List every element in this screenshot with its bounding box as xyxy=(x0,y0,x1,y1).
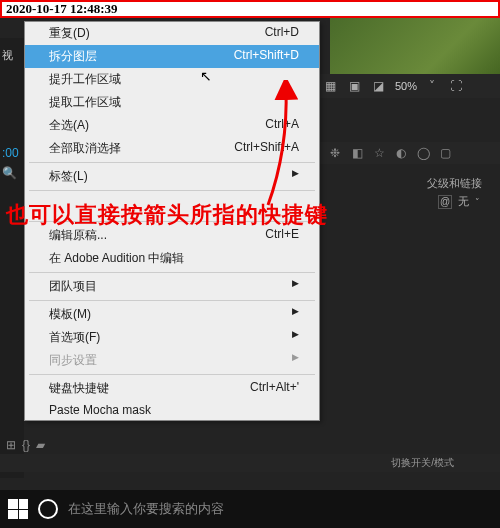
mask-icon[interactable]: ▣ xyxy=(345,78,363,94)
timestamp-bar: 2020-10-17 12:48:39 xyxy=(0,0,500,18)
fx-icon[interactable]: ☆ xyxy=(370,145,388,161)
menu-item-shortcut: Ctrl+A xyxy=(265,117,299,134)
menu-item-label: 拆分图层 xyxy=(49,48,97,65)
menu-item-label: 首选项(F) xyxy=(49,329,100,346)
menu-item[interactable]: 全部取消选择Ctrl+Shift+A xyxy=(25,137,319,160)
windows-taskbar: 在这里输入你要搜索的内容 xyxy=(0,490,500,528)
menu-item[interactable]: 首选项(F)▶ xyxy=(25,326,319,349)
menu-item[interactable]: Paste Mocha mask xyxy=(25,400,319,420)
menu-item-label: 提升工作区域 xyxy=(49,71,121,88)
preview-toolbar: ▦ ▣ ◪ 50% ˅ ⛶ xyxy=(315,74,500,98)
menu-item-label: 标签(L) xyxy=(49,168,88,185)
menu-item[interactable]: 标签(L)▶ xyxy=(25,165,319,188)
menu-item[interactable]: 重复(D)Ctrl+D xyxy=(25,22,319,45)
left-panel-tab[interactable]: 视 xyxy=(2,48,22,63)
chevron-down-icon[interactable]: ˅ xyxy=(475,197,480,207)
menu-item-label: 全部取消选择 xyxy=(49,140,121,157)
chevron-down-icon[interactable]: ˅ xyxy=(423,78,441,94)
menu-item[interactable]: 提取工作区域 xyxy=(25,91,319,114)
shy-icon[interactable]: ❉ xyxy=(326,145,344,161)
menu-separator xyxy=(29,374,315,375)
toggle-switches-icon[interactable]: ⊞ xyxy=(6,438,16,452)
submenu-arrow-icon: ▶ xyxy=(292,306,299,323)
layer-switches-row: ❉ ◧ ☆ ◐ ◯ ▢ xyxy=(320,142,500,164)
menu-item[interactable]: 模板(M)▶ xyxy=(25,303,319,326)
pickwhip-icon[interactable]: @ xyxy=(438,195,452,209)
submenu-arrow-icon: ▶ xyxy=(292,168,299,185)
zoom-value[interactable]: 50% xyxy=(395,80,417,92)
alpha-icon[interactable]: ◪ xyxy=(369,78,387,94)
menu-item-label: 键盘快捷键 xyxy=(49,380,109,397)
motion-blur-icon[interactable]: ◐ xyxy=(392,145,410,161)
menu-separator xyxy=(29,272,315,273)
submenu-arrow-icon: ▶ xyxy=(292,352,299,369)
search-icon[interactable]: 🔍 xyxy=(2,166,17,180)
parent-none-label[interactable]: 无 xyxy=(458,194,469,209)
submenu-arrow-icon: ▶ xyxy=(292,278,299,295)
menu-separator xyxy=(29,162,315,163)
menu-item[interactable]: 在 Adobe Audition 中编辑 xyxy=(25,247,319,270)
parent-column-header: 父级和链接 xyxy=(427,176,482,191)
menu-item-label: 全选(A) xyxy=(49,117,89,134)
timeline-footer: 切换开关/模式 xyxy=(0,454,500,472)
menu-item-label: 在 Adobe Audition 中编辑 xyxy=(49,250,184,267)
menu-item-label: 重复(D) xyxy=(49,25,90,42)
menu-item-label: 团队项目 xyxy=(49,278,97,295)
switches-modes-label[interactable]: 切换开关/模式 xyxy=(391,456,500,470)
menu-item-shortcut: Ctrl+Shift+A xyxy=(234,140,299,157)
menu-item-label: Paste Mocha mask xyxy=(49,403,151,417)
threed-icon[interactable]: ▢ xyxy=(436,145,454,161)
brace-icon[interactable]: {} xyxy=(22,438,30,452)
parent-link-row: @ 无 ˅ xyxy=(438,194,480,209)
menu-item[interactable]: 拆分图层Ctrl+Shift+D xyxy=(25,45,319,68)
timeline-footer-icons: ⊞ {} ▰ xyxy=(6,438,45,452)
timecode-display[interactable]: :00 xyxy=(2,146,19,160)
menu-item-label: 模板(M) xyxy=(49,306,91,323)
start-button[interactable] xyxy=(8,499,28,519)
grid-icon[interactable]: ▦ xyxy=(321,78,339,94)
adjustment-icon[interactable]: ◯ xyxy=(414,145,432,161)
submenu-arrow-icon: ▶ xyxy=(292,329,299,346)
menu-item-label: 同步设置 xyxy=(49,352,97,369)
left-strip xyxy=(0,38,24,478)
quality-icon[interactable]: ◧ xyxy=(348,145,366,161)
cortana-icon[interactable] xyxy=(38,499,58,519)
frame-blend-icon[interactable]: ▰ xyxy=(36,438,45,452)
menu-item-label: 提取工作区域 xyxy=(49,94,121,111)
timestamp-text: 2020-10-17 12:48:39 xyxy=(6,1,118,16)
annotation-text: 也可以直接按箭头所指的快捷键 xyxy=(6,200,328,230)
menu-separator xyxy=(29,300,315,301)
fit-icon[interactable]: ⛶ xyxy=(447,78,465,94)
menu-item[interactable]: 全选(A)Ctrl+A xyxy=(25,114,319,137)
menu-item-shortcut: Ctrl+Alt+' xyxy=(250,380,299,397)
menu-item[interactable]: 提升工作区域 xyxy=(25,68,319,91)
menu-separator xyxy=(29,190,315,191)
menu-item[interactable]: 键盘快捷键Ctrl+Alt+' xyxy=(25,377,319,400)
menu-item: 同步设置▶ xyxy=(25,349,319,372)
menu-item-shortcut: Ctrl+D xyxy=(265,25,299,42)
menu-item[interactable]: 团队项目▶ xyxy=(25,275,319,298)
taskbar-search[interactable]: 在这里输入你要搜索的内容 xyxy=(68,500,492,518)
menu-item-shortcut: Ctrl+Shift+D xyxy=(234,48,299,65)
